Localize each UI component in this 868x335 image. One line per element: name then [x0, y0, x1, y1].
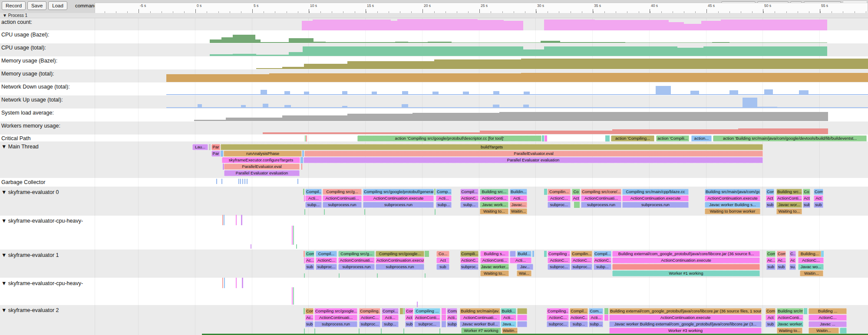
event-block-act[interactable]: Act — [405, 315, 413, 321]
event-block-sub[interactable]: sub — [405, 321, 413, 327]
event-block-waiting-to-borrow-worker[interactable]: Waiting to borrow worker — [705, 208, 760, 214]
track-expander-skyframe-evaluator-1[interactable]: ▼ skyframe-evaluator 1 — [1, 252, 59, 258]
event-block-par[interactable]: Par — [211, 144, 220, 150]
event-block-buildi[interactable]: Buildi... — [501, 308, 516, 314]
event-block-subp[interactable]: subp... — [594, 264, 611, 270]
event-block-subproc[interactable]: subproc... — [359, 321, 380, 327]
event-block-actioncontinuation-execute[interactable]: ActionContinuation.execute — [612, 257, 760, 263]
event-block[interactable] — [442, 315, 446, 321]
event-block[interactable] — [517, 321, 527, 327]
event-block[interactable] — [425, 251, 429, 257]
event-tick[interactable] — [293, 287, 294, 305]
event-block-actionc[interactable]: ActionC... — [547, 315, 569, 321]
event-block-compil[interactable]: Compil... — [460, 189, 479, 195]
event-block-compiling[interactable]: Compiling ... — [414, 308, 440, 314]
event-block[interactable] — [544, 251, 547, 257]
event-block-acti[interactable]: Acti... — [382, 315, 399, 321]
event-block-building-s[interactable]: Building s... — [480, 251, 509, 257]
event-block-com[interactable]: Com — [766, 308, 776, 314]
time-ruler[interactable]: -5 s0 s5 s10 s15 s20 s25 s30 s35 s40 s45… — [95, 3, 868, 13]
event-block-action[interactable]: action... — [691, 135, 712, 141]
event-block-building-external-com-google-protobuf-ja[interactable]: Building external/com_google_protobuf/ja… — [609, 308, 762, 314]
event-block-com[interactable]: Com — [777, 251, 786, 257]
event-block-actioncontinuati[interactable]: ActionContinuati... — [581, 195, 621, 201]
event-block-compil[interactable]: Compil... — [316, 251, 337, 257]
event-block-acti[interactable]: Acti... — [501, 315, 516, 321]
event-block-subproc[interactable]: subproc... — [414, 321, 440, 327]
event-tick[interactable] — [242, 278, 243, 288]
event-block-sub[interactable]: sub — [766, 264, 776, 270]
event-block-sub[interactable]: sub — [305, 321, 314, 327]
event-tick[interactable] — [339, 273, 340, 278]
event-block[interactable] — [517, 315, 527, 321]
event-block-act[interactable]: Act — [803, 195, 810, 201]
event-tick[interactable] — [216, 179, 217, 184]
event-block-sub[interactable]: sub — [803, 202, 810, 208]
event-tick[interactable] — [238, 179, 239, 184]
event-block-waiting-to[interactable]: Waiting to... — [480, 208, 508, 214]
event-block-action-compiling[interactable]: action 'Compiling... — [611, 135, 654, 141]
event-block-parallel-evaluator-evaluation[interactable]: Parallel Evaluator evaluation — [224, 170, 300, 176]
event-block-sub[interactable]: sub — [777, 264, 786, 270]
event-block-com[interactable]: Com — [766, 189, 774, 195]
event-block-javac-wo[interactable]: Javac wo... — [798, 264, 824, 270]
event-tick[interactable] — [435, 209, 436, 215]
event-block-compiling-src-core[interactable]: Compiling src/core/... — [581, 189, 621, 195]
event-block-su[interactable]: su... — [789, 264, 796, 270]
event-block-worker-7-working[interactable]: Worker #7 working — [461, 328, 501, 334]
event-block[interactable] — [517, 308, 527, 314]
track-band-garbage-collector[interactable] — [0, 178, 868, 187]
event-block-runanalysisphase[interactable]: runAnalysisPhase — [224, 151, 302, 157]
event-block-actionconti[interactable]: ActionConti... — [480, 195, 508, 201]
event-block-actionc[interactable]: ActionC... — [460, 257, 479, 263]
event-block[interactable] — [303, 189, 304, 195]
event-block-action-compili[interactable]: action 'Compili... — [656, 135, 689, 141]
event-block-actioncontinuation-execute[interactable]: ActionContinuation.execute — [705, 195, 760, 201]
event-block[interactable] — [221, 151, 223, 157]
event-block-waitin[interactable]: Waitin... — [502, 328, 518, 334]
event-block[interactable] — [304, 308, 305, 314]
event-block[interactable] — [604, 308, 608, 314]
event-block[interactable] — [301, 164, 302, 170]
event-block[interactable] — [840, 328, 847, 334]
event-block-lau[interactable]: Lau... — [192, 144, 208, 150]
event-block-parallelevaluator-eval[interactable]: ParallelEvaluator.eval — [304, 151, 763, 157]
event-block[interactable] — [510, 251, 516, 257]
event-block[interactable] — [304, 195, 305, 201]
event-block-building-src-main-jav[interactable]: Building src/main/jav... — [460, 308, 500, 314]
track-band-skyframe-evaluator-cpu-heavy[interactable] — [0, 216, 868, 250]
event-block-co[interactable]: Co... — [436, 251, 449, 257]
event-block-compiling[interactable]: Compiling ... — [548, 251, 570, 257]
event-tick[interactable] — [292, 287, 293, 305]
event-tick[interactable] — [222, 215, 223, 225]
event-block-subproc[interactable]: subproc... — [571, 264, 592, 270]
event-block-actionconti[interactable]: ActionConti... — [414, 315, 440, 321]
event-block-buildin[interactable]: Buildin... — [510, 189, 527, 195]
event-block[interactable] — [300, 157, 303, 163]
event-block-compiling-src-google-protobuf-generat[interactable]: Compiling src/google/protobuf/generat... — [363, 189, 434, 195]
event-block-javac[interactable]: Javac... — [510, 202, 527, 208]
event-block-javac-worker[interactable]: Javac worker... — [480, 264, 509, 270]
event-block[interactable] — [302, 151, 304, 157]
event-block[interactable] — [400, 308, 403, 314]
event-block-compili[interactable]: Compili... — [460, 251, 479, 257]
event-tick[interactable] — [292, 226, 293, 245]
event-block-actionc[interactable]: ActionC... — [316, 257, 337, 263]
track-expander-skyframe-evaluator-cpu-heavy[interactable]: ▼ skyframe-evaluator-cpu-heavy- — [1, 218, 83, 224]
event-block-subproc[interactable]: subproc... — [547, 321, 569, 327]
event-block-javac-wor[interactable]: Javac wor... — [776, 202, 802, 208]
event-block-subprocess-run[interactable]: subprocess.run — [338, 264, 375, 270]
event-block-actioncontinuation-execute[interactable]: ActionContinuation.execute — [376, 257, 424, 263]
event-tick[interactable] — [425, 273, 426, 278]
event-block-actioncontinuati[interactable]: ActionContinuati... — [460, 315, 500, 321]
event-block-subp[interactable]: subp... — [589, 321, 603, 327]
event-block-actionc[interactable]: ActionC... — [460, 195, 479, 201]
event-block-acti[interactable]: Acti... — [510, 195, 527, 201]
event-tick[interactable] — [236, 278, 237, 288]
event-block-waiting-to[interactable]: Waiting to... — [776, 208, 802, 214]
event-block-act[interactable]: Act — [766, 315, 776, 321]
event-block-act[interactable]: Act — [572, 195, 580, 201]
event-block-sub[interactable]: sub — [305, 264, 314, 270]
event-block-skyframeexecutor-configuretargets[interactable]: skyframeExecutor.configureTargets — [222, 157, 300, 163]
toolbar-button-save[interactable]: Save — [27, 1, 46, 10]
